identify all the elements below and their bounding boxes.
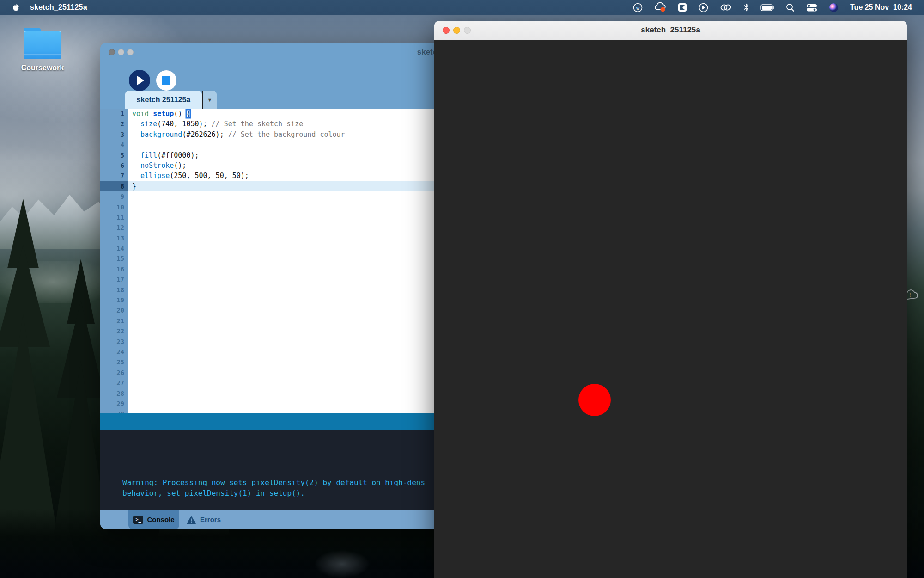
line-number: 18 xyxy=(100,285,128,295)
svg-text:w: w xyxy=(636,5,640,10)
console-tab-label: Console xyxy=(147,516,174,523)
line-number: 5 xyxy=(100,150,128,160)
line-number: 9 xyxy=(100,191,128,202)
desktop-folder-coursework[interactable]: Coursework xyxy=(18,28,67,72)
siri-icon[interactable] xyxy=(829,0,839,15)
tab-dropdown-button[interactable]: ▼ xyxy=(203,91,217,109)
line-number: 8 xyxy=(100,181,128,191)
tab-console[interactable]: >_ Console xyxy=(128,510,179,529)
search-icon[interactable] xyxy=(786,0,795,15)
stop-icon xyxy=(162,76,170,85)
line-number: 2 xyxy=(100,119,128,129)
battery-icon[interactable] xyxy=(760,0,774,15)
console-warning-line-2: behavior, set pixelDensity(1) in setup()… xyxy=(122,489,305,498)
line-number: 28 xyxy=(100,388,128,399)
line-number: 1 xyxy=(100,109,128,119)
stop-button[interactable] xyxy=(156,70,176,91)
line-number: 27 xyxy=(100,378,128,388)
play-icon xyxy=(137,76,144,85)
line-number: 4 xyxy=(100,140,128,150)
line-number: 7 xyxy=(100,171,128,181)
line-number: 10 xyxy=(100,202,128,212)
line-number: 14 xyxy=(100,243,128,253)
menu-bar: sketch_251125a w xyxy=(0,0,924,15)
output-window-title: sketch_251125a xyxy=(434,25,907,35)
folder-icon[interactable] xyxy=(22,28,63,60)
line-number: 17 xyxy=(100,274,128,284)
run-button[interactable] xyxy=(129,70,150,91)
cloud-sync-icon[interactable] xyxy=(654,0,666,15)
sketch-tab[interactable]: sketch 251125a xyxy=(125,91,202,109)
line-number: 23 xyxy=(100,337,128,347)
line-number: 20 xyxy=(100,305,128,315)
errors-tab-label: Errors xyxy=(200,516,221,523)
line-number: 21 xyxy=(100,316,128,326)
line-number: 13 xyxy=(100,233,128,243)
link-icon[interactable] xyxy=(720,0,732,15)
red-ellipse xyxy=(578,384,611,416)
line-number: 3 xyxy=(100,129,128,140)
terminal-icon: >_ xyxy=(133,516,143,524)
line-number: 15 xyxy=(100,253,128,264)
line-number: 30 xyxy=(100,409,128,413)
menubar-clock[interactable]: Tue 25 Nov 10:24 xyxy=(850,3,912,12)
console-warning-line-1: Warning: Processing now sets pixelDensit… xyxy=(122,478,425,487)
line-number: 22 xyxy=(100,326,128,336)
line-number: 16 xyxy=(100,264,128,274)
apple-menu-icon[interactable] xyxy=(12,3,20,12)
warning-triangle-icon xyxy=(186,515,196,524)
notes-app-icon[interactable] xyxy=(678,0,687,15)
w-circle-icon[interactable]: w xyxy=(633,0,643,15)
line-number: 26 xyxy=(100,368,128,378)
play-circle-icon[interactable] xyxy=(699,0,708,15)
line-number: 25 xyxy=(100,357,128,367)
sketch-canvas xyxy=(434,40,907,578)
sketch-output-window: sketch_251125a xyxy=(434,21,907,578)
line-number: 24 xyxy=(100,347,128,357)
line-number: 6 xyxy=(100,160,128,171)
bluetooth-icon[interactable] xyxy=(743,0,749,15)
line-number: 11 xyxy=(100,212,128,222)
output-titlebar[interactable]: sketch_251125a xyxy=(434,21,907,40)
folder-label: Coursework xyxy=(18,64,67,72)
wallpaper-rock xyxy=(314,550,370,578)
tab-errors[interactable]: Errors xyxy=(186,510,221,529)
svg-text:!: ! xyxy=(909,292,911,298)
line-number: 29 xyxy=(100,399,128,409)
menubar-app-name[interactable]: sketch_251125a xyxy=(30,3,87,12)
line-number: 12 xyxy=(100,222,128,233)
line-number: 19 xyxy=(100,295,128,305)
control-center-icon[interactable] xyxy=(806,0,817,15)
